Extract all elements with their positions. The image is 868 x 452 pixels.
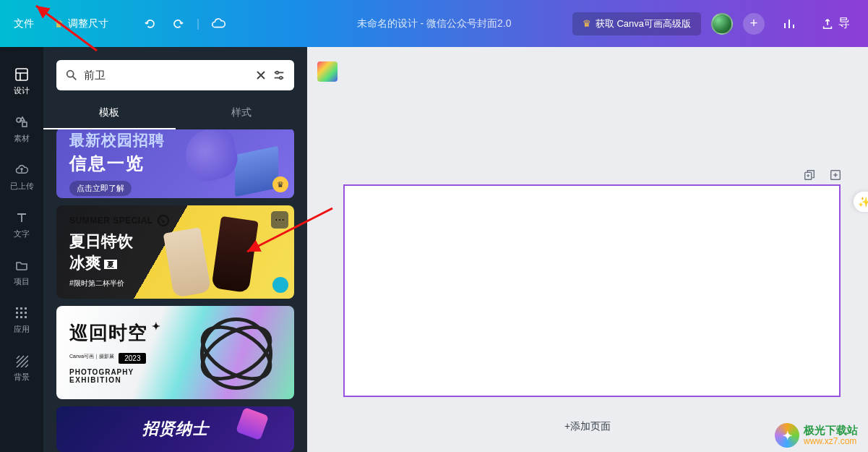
template-graphic bbox=[161, 208, 262, 296]
upgrade-button[interactable]: ♛ 获取 Canva可画高级版 bbox=[572, 12, 701, 35]
template-graphic bbox=[236, 406, 269, 440]
nav-projects[interactable]: 项目 bbox=[1, 251, 42, 294]
template-card[interactable]: 招贤纳士 bbox=[56, 406, 294, 453]
export-button[interactable]: 导 bbox=[814, 12, 857, 35]
nav-label: 背景 bbox=[14, 372, 30, 383]
crown-icon: ♛ bbox=[583, 18, 591, 29]
template-list: 最新校园招聘 信息一览 点击立即了解 ♛ SUMMER SPECIAL↘ 夏日特… bbox=[43, 129, 307, 452]
nav-label: 文字 bbox=[14, 229, 30, 239]
nav-label: 项目 bbox=[14, 276, 30, 287]
avatar[interactable] bbox=[711, 13, 733, 35]
template-card[interactable]: 最新校园招聘 信息一览 点击立即了解 ♛ bbox=[56, 129, 294, 198]
svg-rect-9 bbox=[16, 316, 18, 318]
crown-icon: ♛ bbox=[54, 18, 64, 30]
watermark-url: www.xz7.com bbox=[804, 437, 858, 446]
template-heading: 招贤纳士 bbox=[142, 418, 209, 440]
tab-styles[interactable]: 样式 bbox=[176, 98, 308, 129]
assistant-button[interactable]: ✨ bbox=[854, 192, 868, 212]
template-card[interactable]: 巡回时空✦ Canva可画｜摄影展2023 PHOTOGRAPHY EXHIBI… bbox=[56, 306, 294, 399]
nav-text[interactable]: 文字 bbox=[1, 203, 42, 247]
page-controls bbox=[803, 169, 842, 182]
panel-tabs: 模板 样式 bbox=[43, 98, 307, 129]
share-add-button[interactable]: + bbox=[743, 13, 765, 35]
template-card[interactable]: SUMMER SPECIAL↘ 夏日特饮 冰爽夏 #限时第二杯半价 ⋯ bbox=[56, 205, 294, 299]
resize-menu[interactable]: ♛ 调整尺寸 bbox=[51, 13, 111, 35]
filter-icon[interactable] bbox=[272, 69, 285, 82]
shapes-icon bbox=[14, 115, 29, 129]
svg-point-13 bbox=[276, 72, 279, 74]
svg-rect-0 bbox=[16, 69, 27, 80]
svg-rect-5 bbox=[25, 307, 27, 310]
nav-label: 素材 bbox=[14, 133, 30, 144]
nav-apps[interactable]: 应用 bbox=[1, 299, 42, 342]
topbar-right: ♛ 获取 Canva可画高级版 + 导 bbox=[572, 12, 857, 35]
redo-icon[interactable] bbox=[169, 15, 186, 33]
watermark-title: 极光下载站 bbox=[804, 425, 858, 437]
svg-point-14 bbox=[280, 77, 283, 80]
nav-label: 已上传 bbox=[10, 181, 34, 192]
canvas-page[interactable] bbox=[343, 184, 841, 397]
folder-icon bbox=[14, 258, 29, 273]
left-nav: 设计 素材 已上传 文字 项目 应用 背景 bbox=[0, 47, 43, 452]
clear-icon[interactable] bbox=[255, 69, 267, 81]
svg-rect-10 bbox=[20, 316, 22, 318]
document-title[interactable]: 未命名的设计 - 微信公众号封面2.0 bbox=[357, 17, 512, 30]
layout-icon bbox=[14, 67, 29, 82]
brand-badge-icon bbox=[272, 277, 288, 293]
search-box bbox=[56, 60, 294, 90]
canvas-area: +添加页面 ✨ bbox=[307, 47, 868, 452]
svg-rect-8 bbox=[25, 312, 27, 314]
divider: | bbox=[197, 17, 199, 30]
text-icon bbox=[14, 210, 29, 225]
cloud-up-icon bbox=[14, 163, 29, 177]
template-graphic bbox=[200, 317, 272, 390]
topbar: 文件 ♛ 调整尺寸 | 未命名的设计 - 微信公众号封面2.0 ♛ 获取 Can… bbox=[0, 0, 868, 47]
upgrade-label: 获取 Canva可画高级版 bbox=[596, 17, 691, 30]
svg-rect-2 bbox=[22, 122, 27, 127]
tab-templates[interactable]: 模板 bbox=[43, 98, 176, 129]
cloud-sync-icon[interactable] bbox=[210, 15, 227, 33]
watermark: ✦ 极光下载站 www.xz7.com bbox=[775, 423, 858, 448]
svg-rect-7 bbox=[20, 312, 22, 314]
nav-background[interactable]: 背景 bbox=[1, 346, 42, 390]
side-panel: 模板 样式 最新校园招聘 信息一览 点击立即了解 ♛ SUMMER SPECIA… bbox=[43, 47, 307, 452]
color-picker-button[interactable] bbox=[317, 61, 338, 82]
premium-badge-icon: ♛ bbox=[272, 176, 288, 192]
topbar-left: 文件 ♛ 调整尺寸 | bbox=[11, 13, 227, 35]
more-icon[interactable]: ⋯ bbox=[271, 211, 288, 229]
nav-uploads[interactable]: 已上传 bbox=[1, 155, 42, 199]
nav-design[interactable]: 设计 bbox=[1, 60, 42, 103]
nav-label: 设计 bbox=[14, 85, 30, 96]
duplicate-page-icon[interactable] bbox=[803, 169, 816, 182]
main: 设计 素材 已上传 文字 项目 应用 背景 bbox=[0, 47, 868, 452]
svg-rect-6 bbox=[16, 312, 18, 314]
analytics-button[interactable] bbox=[775, 12, 804, 35]
file-menu[interactable]: 文件 bbox=[11, 13, 37, 35]
watermark-logo-icon: ✦ bbox=[775, 423, 799, 448]
top-actions: | bbox=[142, 15, 227, 33]
nav-label: 应用 bbox=[14, 324, 30, 335]
svg-point-12 bbox=[67, 71, 74, 77]
grid-icon bbox=[14, 306, 29, 320]
upload-icon bbox=[821, 17, 834, 30]
nav-elements[interactable]: 素材 bbox=[1, 108, 42, 151]
export-label: 导 bbox=[838, 16, 850, 31]
search-input[interactable] bbox=[84, 69, 249, 82]
svg-rect-11 bbox=[25, 316, 27, 318]
template-cta: 点击立即了解 bbox=[69, 181, 132, 196]
hatch-icon bbox=[14, 354, 29, 368]
svg-rect-4 bbox=[20, 307, 22, 310]
add-page-icon[interactable] bbox=[829, 169, 842, 182]
search-row bbox=[43, 47, 307, 90]
template-graphic bbox=[171, 129, 287, 198]
resize-label: 调整尺寸 bbox=[68, 17, 108, 30]
svg-rect-3 bbox=[16, 307, 18, 310]
search-icon bbox=[65, 69, 78, 82]
undo-icon[interactable] bbox=[142, 15, 159, 33]
